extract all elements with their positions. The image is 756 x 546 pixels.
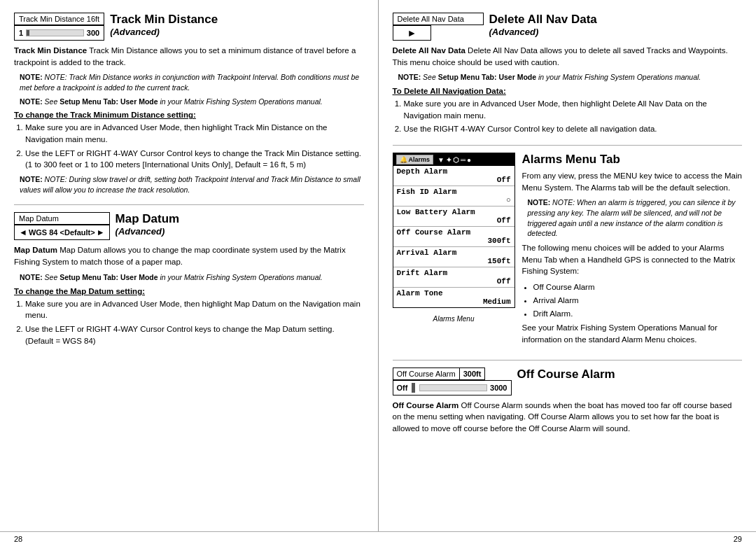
delete-nav-data-step-1: Make sure you are in Advanced User Mode,… bbox=[404, 98, 743, 121]
map-datum-step-2: Use the LEFT or RIGHT 4-WAY Cursor Contr… bbox=[25, 323, 364, 346]
right-page: Delete All Nav Data ► Delete All Nav Dat… bbox=[379, 0, 757, 531]
alarm-row-offcourse[interactable]: Off Course Alarm 300ft bbox=[393, 227, 514, 247]
depth-alarm-label: Depth Alarm bbox=[397, 167, 448, 176]
bullet-drift: Drift Alarm. bbox=[533, 308, 743, 320]
tab-icon-fish: ═ bbox=[461, 156, 465, 164]
alarm-tone-label: Alarm Tone bbox=[397, 289, 443, 298]
off-course-alarm-header: Off Course Alarm 300ft Off 3000 Off bbox=[393, 368, 743, 396]
delete-nav-data-subheading: To Delete All Navigation Data: bbox=[393, 87, 743, 95]
delete-nav-data-label: Delete All Nav Data bbox=[398, 15, 464, 23]
track-min-distance-title-block: Track Min Distance (Advanced) bbox=[110, 13, 218, 41]
delete-nav-data-label-box: Delete All Nav Data bbox=[393, 13, 484, 25]
map-datum-label: Map Datum bbox=[19, 214, 59, 223]
slider-max-value: 300 bbox=[87, 29, 99, 37]
alarms-tab-label: Alarms bbox=[409, 156, 430, 163]
alarms-menu-note1: NOTE: NOTE: When an alarm is triggered, … bbox=[528, 197, 743, 239]
track-min-distance-steps: Make sure you are in Advanced User Mode,… bbox=[25, 122, 364, 171]
alarm-tone-value: Medium bbox=[397, 298, 511, 306]
map-datum-subtitle: (Advanced) bbox=[115, 226, 180, 237]
left-page-number: 28 bbox=[14, 535, 22, 543]
alarm-row-arrival[interactable]: Arrival Alarm 150ft bbox=[393, 247, 514, 267]
bullet-arrival: Arrival Alarm bbox=[533, 295, 743, 307]
off-course-alarm-slider[interactable]: Off 3000 bbox=[393, 380, 512, 396]
map-datum-step-1: Make sure you are in Advanced User Mode,… bbox=[25, 298, 364, 321]
offcourse-alarm-value: 300ft bbox=[397, 237, 511, 245]
track-min-distance-slider[interactable]: 1 300 bbox=[14, 25, 104, 41]
alarms-widget-header: 🔔 Alarms ▼ ✦ ⬡ ═ ● bbox=[393, 153, 514, 166]
map-datum-widget-header: Map Datum ◄ WGS 84 <Default> ► Map Datum… bbox=[14, 212, 364, 240]
drift-alarm-label: Drift Alarm bbox=[397, 269, 448, 277]
map-datum-section: Map Datum ◄ WGS 84 <Default> ► Map Datum… bbox=[14, 212, 364, 346]
map-datum-title-block: Map Datum (Advanced) bbox=[115, 212, 180, 240]
track-min-distance-widget-header: Track Min Distance 16ft 1 300 Track Min … bbox=[14, 13, 364, 41]
delete-nav-data-header: Delete All Nav Data ► Delete All Nav Dat… bbox=[393, 13, 743, 41]
track-min-distance-body: Track Min Distance Track Min Distance al… bbox=[14, 45, 364, 68]
depth-alarm-value: Off bbox=[397, 176, 511, 184]
lowbattery-alarm-label: Low Battery Alarm bbox=[397, 208, 475, 216]
bullet-offcourse: Off Course Alarm bbox=[533, 281, 743, 293]
alarms-menu-box: 🔔 Alarms ▼ ✦ ⬡ ═ ● Depth Alarm bbox=[393, 153, 515, 308]
datum-current-value: WGS 84 <Default> bbox=[29, 228, 95, 237]
map-datum-body: Map Datum Map Datum allows you to change… bbox=[14, 244, 364, 267]
off-course-alarm-title-block: Off Course Alarm bbox=[517, 368, 615, 396]
alarms-menu-title: Alarms Menu Tab bbox=[522, 153, 743, 167]
offcourse-slider-end: 3000 bbox=[490, 384, 507, 392]
alarms-bullet-list: Off Course Alarm Arrival Alarm Drift Ala… bbox=[533, 281, 743, 319]
off-course-alarm-section: Off Course Alarm 300ft Off 3000 Off bbox=[393, 368, 743, 435]
off-course-alarm-body: Off Course Alarm Off Course Alarm sounds… bbox=[393, 400, 743, 435]
alarm-row-fishid[interactable]: Fish ID Alarm ○ bbox=[393, 186, 514, 206]
alarms-menu-text: Alarms Menu Tab From any view, press the… bbox=[522, 153, 743, 349]
track-min-distance-title: Track Min Distance bbox=[110, 13, 218, 27]
section-divider-right-1 bbox=[393, 145, 743, 146]
arrival-alarm-value: 150ft bbox=[397, 257, 511, 265]
alarms-tab-icon: 🔔 Alarms bbox=[396, 155, 434, 164]
alarms-menu-section: 🔔 Alarms ▼ ✦ ⬡ ═ ● Depth Alarm bbox=[393, 153, 743, 349]
tab-icon-star: ✦ bbox=[446, 156, 451, 164]
track-min-distance-section: Track Min Distance 16ft 1 300 Track Min … bbox=[14, 13, 364, 195]
map-datum-label-box: Map Datum bbox=[14, 212, 110, 225]
alarm-row-lowbattery[interactable]: Low Battery Alarm Off bbox=[393, 206, 514, 227]
lowbattery-alarm-value: Off bbox=[397, 216, 511, 225]
alarms-menu-body1: From any view, press the MENU key twice … bbox=[522, 170, 743, 193]
drift-alarm-value: Off bbox=[397, 277, 511, 286]
slider-min-value: 1 bbox=[19, 29, 23, 37]
alarm-row-drift[interactable]: Drift Alarm Off bbox=[393, 267, 514, 288]
delete-nav-data-note1: NOTE: See Setup Menu Tab: User Mode in y… bbox=[398, 72, 743, 83]
alarm-bell-icon: 🔔 bbox=[400, 156, 407, 163]
tab-icon-gear: ● bbox=[467, 156, 471, 164]
arrival-alarm-label: Arrival Alarm bbox=[397, 248, 457, 257]
delete-nav-data-step-2: Use the RIGHT 4-WAY Cursor Control key t… bbox=[404, 123, 743, 135]
off-course-alarm-value-box: 300ft bbox=[460, 368, 486, 380]
track-min-distance-subheading: To change the Track Minimum Distance set… bbox=[14, 111, 364, 119]
map-datum-selector[interactable]: ◄ WGS 84 <Default> ► bbox=[14, 225, 110, 240]
map-datum-note1: NOTE: See Setup Menu Tab: User Mode in y… bbox=[20, 272, 364, 283]
offcourse-alarm-label: Off Course Alarm bbox=[397, 228, 471, 237]
track-min-distance-label: Track Min Distance 16ft bbox=[19, 15, 99, 23]
alarm-row-depth[interactable]: Depth Alarm Off bbox=[393, 166, 514, 186]
track-min-distance-note3: NOTE: NOTE: During slow travel or drift,… bbox=[20, 174, 364, 195]
track-min-distance-step-1: Make sure you are in Advanced User Mode,… bbox=[25, 122, 364, 145]
delete-nav-data-arrow[interactable]: ► bbox=[393, 25, 432, 41]
fishid-alarm-value: ○ bbox=[397, 196, 511, 204]
map-datum-subheading: To change the Map Datum setting: bbox=[14, 287, 364, 295]
tab-icon-nav: ⬡ bbox=[453, 156, 459, 164]
offcourse-slider-start: Off bbox=[397, 384, 408, 392]
map-datum-steps: Make sure you are in Advanced User Mode,… bbox=[25, 298, 364, 347]
track-min-distance-subtitle: (Advanced) bbox=[110, 27, 218, 37]
track-min-distance-note2: NOTE: See Setup Menu Tab: User Mode in y… bbox=[20, 97, 364, 107]
page-footer: 28 29 bbox=[0, 531, 756, 546]
off-course-alarm-label: Off Course Alarm bbox=[397, 370, 456, 378]
offcourse-slider-track bbox=[419, 384, 487, 391]
track-min-distance-label-box: Track Min Distance 16ft bbox=[14, 13, 104, 25]
datum-left-arrow[interactable]: ◄ bbox=[19, 227, 27, 237]
track-min-distance-step-2: Use the LEFT or RIGHT 4-WAY Cursor Contr… bbox=[25, 148, 364, 171]
alarms-menu-body3: See your Matrix Fishing System Operation… bbox=[522, 322, 743, 345]
delete-nav-data-subtitle: (Advanced) bbox=[489, 27, 597, 37]
off-course-alarm-widget-value: 300ft bbox=[463, 370, 482, 378]
alarms-menu-caption: Alarms Menu bbox=[393, 314, 515, 324]
alarm-row-tone[interactable]: Alarm Tone Medium bbox=[393, 288, 514, 307]
datum-right-arrow[interactable]: ► bbox=[97, 227, 105, 237]
delete-nav-data-steps: Make sure you are in Advanced User Mode,… bbox=[404, 98, 743, 135]
delete-nav-data-title: Delete All Nav Data bbox=[489, 13, 597, 27]
left-page: Track Min Distance 16ft 1 300 Track Min … bbox=[0, 0, 379, 531]
